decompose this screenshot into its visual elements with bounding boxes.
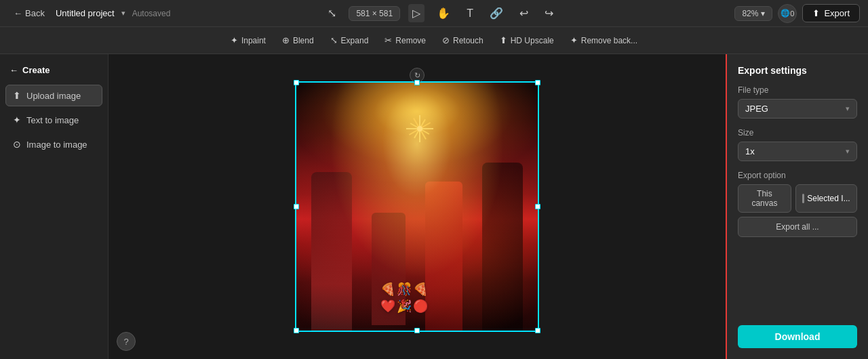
expand-icon: ⤡: [330, 35, 338, 45]
export-button[interactable]: ⬆ Export: [802, 4, 860, 22]
text-tool-button[interactable]: T: [462, 5, 477, 22]
resize-tool-button[interactable]: ⤡: [323, 4, 340, 22]
redo-button[interactable]: ↪: [540, 4, 557, 22]
selected-layers-icon: [802, 194, 804, 203]
hd-upscale-label: HD Upscale: [511, 36, 554, 45]
create-icon: ←: [9, 65, 18, 75]
sidebar-header: ← Create: [5, 62, 102, 82]
topbar-center: ⤡ 581 × 581 ▷ ✋ T 🔗 ↩ ↪: [170, 4, 711, 22]
back-arrow-icon: ←: [14, 8, 22, 18]
back-label: Back: [25, 8, 45, 18]
export-all-label: Export all ...: [776, 222, 818, 232]
stickers-overlay: 🍕🎊🍕❤️🎉🔴: [380, 281, 429, 315]
remove-label: Remove: [395, 36, 426, 45]
file-type-label: File type: [738, 85, 857, 95]
dimension-box[interactable]: 581 × 581: [349, 6, 400, 21]
expand-button[interactable]: ⤡ Expand: [323, 32, 376, 49]
export-all-button[interactable]: Export all ...: [738, 217, 857, 237]
help-icon: ?: [123, 337, 128, 347]
sidebar: ← Create ⬆ Upload image ✦ Text to image …: [0, 54, 108, 359]
size-section: Size 1x ▾: [738, 128, 857, 161]
canvas-area[interactable]: 🍕🎊🍕❤️🎉🔴 ↻ ?: [108, 54, 726, 359]
export-icon: ⬆: [812, 8, 820, 18]
blend-label: Blend: [293, 36, 314, 45]
inpaint-icon: ✦: [231, 35, 238, 45]
text-to-image-icon: ✦: [13, 114, 21, 125]
this-canvas-label: This canvas: [751, 189, 777, 208]
remove-background-label: Remove back...: [581, 36, 637, 45]
sidebar-item-image-to-image[interactable]: ⊙ Image to image: [5, 133, 102, 155]
remove-background-icon: ✦: [570, 35, 578, 45]
link-tool-button[interactable]: 🔗: [486, 4, 507, 22]
file-type-section: File type JPEG ▾: [738, 85, 857, 119]
topbar-left: ← Back Untitled project ▾ Autosaved: [8, 5, 170, 21]
size-value: 1x: [745, 146, 755, 156]
remove-background-button[interactable]: ✦ Remove back...: [564, 32, 644, 49]
export-panel-title: Export settings: [738, 65, 857, 76]
toolbar: ✦ Inpaint ⊕ Blend ⤡ Expand ✂ Remove ⊘ Re…: [0, 27, 868, 54]
sidebar-item-text-to-image[interactable]: ✦ Text to image: [5, 109, 102, 131]
upload-label: Upload image: [26, 91, 81, 101]
size-chevron-icon: ▾: [846, 147, 850, 156]
upload-icon: ⬆: [13, 90, 21, 101]
back-button[interactable]: ← Back: [8, 5, 50, 21]
size-select[interactable]: 1x ▾: [738, 142, 857, 161]
file-type-value: JPEG: [745, 104, 768, 114]
main-area: ← Create ⬆ Upload image ✦ Text to image …: [0, 54, 868, 359]
image-to-image-label: Image to image: [26, 140, 87, 150]
inpaint-label: Inpaint: [241, 36, 266, 45]
topbar: ← Back Untitled project ▾ Autosaved ⤡ 58…: [0, 0, 868, 27]
canvas-image: 🍕🎊🍕❤️🎉🔴: [295, 81, 539, 332]
notifications-button[interactable]: 🌐 0: [778, 4, 797, 23]
text-to-image-label: Text to image: [26, 115, 79, 125]
export-option-label: Export option: [738, 171, 857, 180]
export-option-row-1: This canvas Selected I...: [738, 184, 857, 213]
hd-upscale-icon: ⬆: [500, 35, 507, 45]
export-panel: Export settings File type JPEG ▾ Size 1x…: [726, 54, 868, 359]
dimensions-value: 581 × 581: [356, 9, 393, 18]
project-dropdown-icon[interactable]: ▾: [120, 7, 127, 19]
retouch-label: Retouch: [453, 36, 484, 45]
export-label: Export: [824, 8, 850, 18]
remove-button[interactable]: ✂ Remove: [378, 32, 433, 49]
this-canvas-button[interactable]: This canvas: [738, 184, 791, 213]
expand-label: Expand: [341, 36, 369, 45]
selected-label: Selected I...: [807, 194, 850, 203]
create-label: Create: [22, 65, 50, 75]
download-label: Download: [775, 331, 821, 342]
topbar-right: 82% ▾ 🌐 0 ⬆ Export: [711, 4, 860, 23]
blend-icon: ⊕: [282, 35, 290, 45]
zoom-chevron-icon: ▾: [761, 9, 765, 18]
help-button[interactable]: ?: [117, 332, 136, 351]
undo-button[interactable]: ↩: [515, 4, 532, 22]
zoom-value: 82%: [742, 9, 758, 18]
image-to-image-icon: ⊙: [13, 139, 21, 150]
file-type-chevron-icon: ▾: [846, 104, 850, 113]
canvas-image-wrapper[interactable]: 🍕🎊🍕❤️🎉🔴 ↻: [295, 81, 539, 332]
sidebar-item-upload[interactable]: ⬆ Upload image: [5, 85, 102, 106]
retouch-button[interactable]: ⊘ Retouch: [435, 32, 490, 49]
pan-tool-button[interactable]: ✋: [433, 4, 454, 22]
notifications-icon: 🌐: [781, 9, 790, 18]
file-type-select[interactable]: JPEG ▾: [738, 99, 857, 119]
autosaved-status: Autosaved: [132, 9, 171, 18]
blend-button[interactable]: ⊕ Blend: [275, 32, 321, 49]
size-label: Size: [738, 128, 857, 138]
download-button[interactable]: Download: [738, 325, 857, 348]
export-option-section: Export option This canvas Selected I... …: [738, 171, 857, 237]
retouch-icon: ⊘: [442, 35, 450, 45]
notifications-count: 0: [790, 9, 794, 18]
select-tool-button[interactable]: ▷: [408, 4, 425, 22]
zoom-control[interactable]: 82% ▾: [734, 6, 772, 21]
inpaint-button[interactable]: ✦ Inpaint: [224, 32, 273, 49]
hd-upscale-button[interactable]: ⬆ HD Upscale: [493, 32, 561, 49]
export-option-group: This canvas Selected I... Export all ...: [738, 184, 857, 237]
selected-layers-button[interactable]: Selected I...: [795, 184, 857, 213]
remove-icon: ✂: [384, 35, 392, 45]
project-name[interactable]: Untitled project: [56, 8, 115, 18]
refresh-handle[interactable]: ↻: [410, 68, 425, 83]
